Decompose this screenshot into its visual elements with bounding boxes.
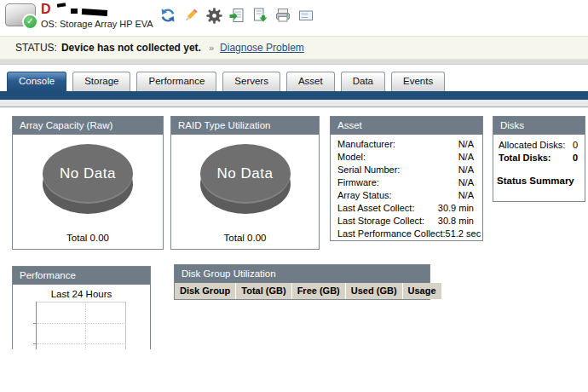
asset-row: Last Storage Collect: 30.8 min <box>331 215 482 228</box>
asset-row-value: 30.9 min <box>438 202 474 215</box>
asset-row: Manufacturer: N/A <box>331 138 482 151</box>
disks-row-label: Allocated Disks: <box>499 139 565 152</box>
column-usage[interactable]: Usage <box>402 283 441 299</box>
asset-row-label: Model: <box>337 151 366 164</box>
column-disk-group[interactable]: Disk Group <box>175 283 236 299</box>
tab-performance[interactable]: Performance <box>136 72 216 91</box>
device-name: D <box>41 2 153 17</box>
device-os-label: OS: Storage Array HP EVA <box>41 19 153 29</box>
column-total-gb[interactable]: Total (GB) <box>236 283 291 299</box>
asset-row-value: N/A <box>458 189 474 202</box>
report-document-icon[interactable] <box>228 6 246 25</box>
horizontal-divider <box>0 60 588 65</box>
disk-group-table: Disk Group Total (GB) Free (GB) Used (GB… <box>175 283 441 299</box>
chart-top-border <box>36 302 126 303</box>
sub-strip <box>0 100 588 107</box>
asset-row-label: Manufacturer: <box>337 138 395 151</box>
print-icon[interactable] <box>274 6 292 25</box>
asset-row-label: Last Performance Collect: <box>337 228 446 240</box>
raid-utilization-pie-chart: No Data <box>200 144 291 216</box>
raid-utilization-title: RAID Type Utilization <box>171 117 319 135</box>
array-capacity-panel: Array Capacity (Raw) No Data Total 0.00 <box>12 116 164 250</box>
device-title-block: D OS: Storage Array HP EVA <box>41 2 153 29</box>
disk-group-utilization-title: Disk Group Utilization <box>175 265 429 283</box>
redacted-device-name <box>71 9 78 14</box>
asset-row: Array Status: N/A <box>331 189 482 202</box>
performance-empty-chart <box>36 302 126 349</box>
asset-row-label: Last Asset Collect: <box>337 202 415 215</box>
device-name-initial: D <box>41 3 51 16</box>
redacted-device-name <box>81 8 107 15</box>
asset-row-value: 30.8 min <box>438 215 474 228</box>
tab-console[interactable]: Console <box>7 72 66 91</box>
asset-row-value: N/A <box>458 138 474 151</box>
disks-row-value: 0 <box>573 139 578 152</box>
chart-vertical-gridline <box>85 302 86 349</box>
status-bar: STATUS: Device has not collected yet. » … <box>0 36 588 60</box>
asset-row-label: Last Storage Collect: <box>337 215 424 228</box>
chart-right-border <box>125 302 126 349</box>
redacted-device-name <box>56 3 65 7</box>
device-toolbar <box>159 6 315 25</box>
asset-row-label: Firmware: <box>337 176 379 189</box>
asset-row: Last Asset Collect: 30.9 min <box>331 202 482 215</box>
asset-title: Asset <box>331 117 482 135</box>
tab-data[interactable]: Data <box>341 72 385 91</box>
asset-row-value: N/A <box>458 164 474 176</box>
raid-utilization-total: Total 0.00 <box>171 233 319 243</box>
column-used-gb[interactable]: Used (GB) <box>345 283 402 299</box>
disks-rows: Allocated Disks: 0 Total Disks: 0 Status… <box>493 135 585 186</box>
disks-row: Total Disks: 0 <box>493 152 585 164</box>
raid-utilization-panel: RAID Type Utilization No Data Total 0.00 <box>170 116 320 250</box>
diagnose-problem-link[interactable]: Diagnose Problem <box>220 42 304 54</box>
settings-gear-icon[interactable] <box>205 6 223 25</box>
tab-strip-underline <box>0 91 588 100</box>
disks-title: Disks <box>493 117 585 135</box>
asset-row-value: N/A <box>458 176 474 189</box>
status-ok-check-icon <box>22 14 38 30</box>
status-summary-label: Status Summary <box>493 176 585 186</box>
chart-y-tick <box>33 323 36 324</box>
asset-row-label: Array Status: <box>337 189 392 202</box>
performance-title: Performance <box>13 267 150 285</box>
asset-row-value: 51.2 sec <box>446 228 481 240</box>
asset-row: Model: N/A <box>331 151 482 164</box>
disk-group-table-header-row: Disk Group Total (GB) Free (GB) Used (GB… <box>175 283 441 299</box>
refresh-icon[interactable] <box>159 6 177 25</box>
storage-device-icon <box>5 3 36 27</box>
tab-servers[interactable]: Servers <box>222 72 280 91</box>
tab-strip: Console Storage Performance Servers Asse… <box>7 72 445 91</box>
export-document-icon[interactable] <box>251 6 269 25</box>
asset-row-label: Serial Number: <box>337 164 400 176</box>
asset-row: Last Performance Collect: 51.2 sec <box>331 228 482 240</box>
edit-pencil-icon[interactable] <box>182 6 200 25</box>
disk-group-utilization-panel: Disk Group Utilization Disk Group Total … <box>174 264 430 300</box>
disks-row: Allocated Disks: 0 <box>493 139 585 152</box>
tab-events[interactable]: Events <box>391 72 445 91</box>
column-free-gb[interactable]: Free (GB) <box>291 283 345 299</box>
email-icon[interactable] <box>297 6 315 25</box>
disks-row-label: Total Disks: <box>499 152 551 164</box>
disks-row-value: 0 <box>573 152 578 164</box>
performance-panel: Performance Last 24 Hours <box>12 266 151 349</box>
asset-rows: Manufacturer: N/A Model: N/A Serial Numb… <box>331 135 482 240</box>
chevron-separator: » <box>209 43 214 53</box>
array-capacity-pie-chart: No Data <box>43 144 133 216</box>
app-window: D OS: Storage Array HP EVA <box>0 0 588 392</box>
pie-no-data-label: No Data <box>200 144 291 204</box>
pie-no-data-label: No Data <box>43 144 133 204</box>
chart-y-tick <box>33 343 36 344</box>
asset-row-value: N/A <box>458 151 474 164</box>
status-message: Device has not collected yet. <box>61 42 201 54</box>
chart-gridline <box>37 323 126 324</box>
asset-panel: Asset Manufacturer: N/A Model: N/A Seria… <box>330 116 483 241</box>
device-header: D OS: Storage Array HP EVA <box>0 0 588 36</box>
array-capacity-total: Total 0.00 <box>13 233 163 243</box>
tab-storage[interactable]: Storage <box>72 72 130 91</box>
performance-chart-title: Last 24 Hours <box>13 289 150 299</box>
tab-asset[interactable]: Asset <box>286 72 335 91</box>
asset-row: Serial Number: N/A <box>331 164 482 176</box>
disks-panel: Disks Allocated Disks: 0 Total Disks: 0 … <box>493 116 585 202</box>
asset-row: Firmware: N/A <box>331 176 482 189</box>
status-label: STATUS: <box>15 42 57 54</box>
